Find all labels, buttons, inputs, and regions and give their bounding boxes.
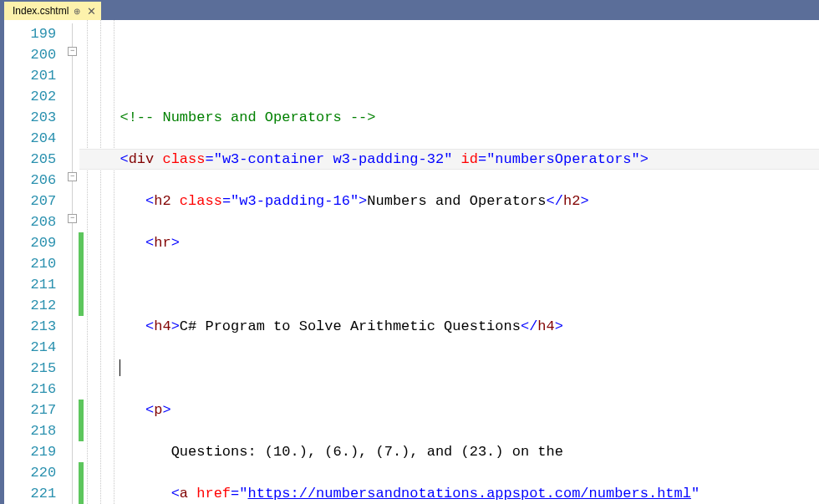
code-line[interactable]: <h4>C# Program to Solve Arithmetic Quest… [120, 316, 819, 337]
line-number: 205 [4, 149, 56, 170]
code-line[interactable] [120, 358, 819, 379]
line-number: 213 [4, 316, 56, 337]
code-line[interactable]: Questions: (10.), (6.), (7.), and (23.) … [120, 441, 819, 462]
tab-active[interactable]: Index.cshtml ⊕ ✕ [4, 2, 101, 20]
line-number: 211 [4, 274, 56, 295]
line-number: 214 [4, 337, 56, 358]
text-caret [120, 359, 120, 376]
indent-guides [84, 20, 120, 504]
line-number: 216 [4, 379, 56, 400]
line-number: 220 [4, 462, 56, 483]
line-number: 206 [4, 170, 56, 191]
text-content: Numbers and Operators [367, 193, 546, 209]
line-number-gutter: 1992002012022032042052062072082092102112… [4, 20, 68, 504]
code-line[interactable]: <!-- Numbers and Operators --> [120, 107, 819, 128]
close-icon[interactable]: ✕ [87, 5, 96, 18]
line-number: 210 [4, 253, 56, 274]
href-value: https://numbersandnotations.appspot.com/… [247, 486, 691, 501]
code-line[interactable] [120, 274, 819, 295]
fold-toggle[interactable]: − [68, 172, 77, 181]
line-number: 215 [4, 358, 56, 379]
pin-icon[interactable]: ⊕ [74, 7, 80, 16]
fold-column: − − − [68, 20, 79, 504]
comment-text: Numbers and Operators [154, 109, 350, 125]
code-area[interactable]: <!-- Numbers and Operators --> <div clas… [120, 20, 819, 504]
code-line[interactable]: <h2 class="w3-padding-16">Numbers and Op… [120, 191, 819, 211]
code-editor[interactable]: 1992002012022032042052062072082092102112… [4, 20, 819, 504]
text-content: Questions: (10.), (6.), (7.), and (23.) … [171, 444, 563, 460]
code-line[interactable]: <a href="https://numbersandnotations.app… [120, 483, 819, 504]
line-number: 202 [4, 86, 56, 107]
line-number: 200 [4, 44, 56, 65]
attr-value: w3-padding-16 [239, 193, 350, 209]
fold-toggle[interactable]: − [68, 214, 77, 223]
line-number: 201 [4, 65, 56, 86]
tab-label: Index.cshtml [13, 5, 69, 17]
code-line[interactable]: <div class="w3-container w3-padding-32" … [120, 149, 819, 170]
line-number: 221 [4, 483, 56, 504]
tab-bar: Index.cshtml ⊕ ✕ [4, 0, 819, 20]
code-line[interactable]: <hr> [120, 232, 819, 253]
line-number: 204 [4, 128, 56, 149]
line-number: 208 [4, 211, 56, 232]
line-number: 218 [4, 420, 56, 441]
editor-window: Index.cshtml ⊕ ✕ 19920020120220320420520… [0, 0, 819, 504]
code-line[interactable]: <p> [120, 400, 819, 420]
line-number: 209 [4, 232, 56, 253]
line-number: 203 [4, 107, 56, 128]
line-number: 207 [4, 191, 56, 211]
line-number: 212 [4, 295, 56, 316]
line-number: 219 [4, 441, 56, 462]
text-content: C# Program to Solve Arithmetic Questions [180, 318, 521, 334]
line-number: 199 [4, 23, 56, 44]
line-number: 217 [4, 400, 56, 420]
attr-value: w3-container w3-padding-32 [222, 151, 444, 167]
fold-toggle[interactable]: − [68, 47, 77, 56]
attr-value: numbersOperators [495, 151, 631, 167]
